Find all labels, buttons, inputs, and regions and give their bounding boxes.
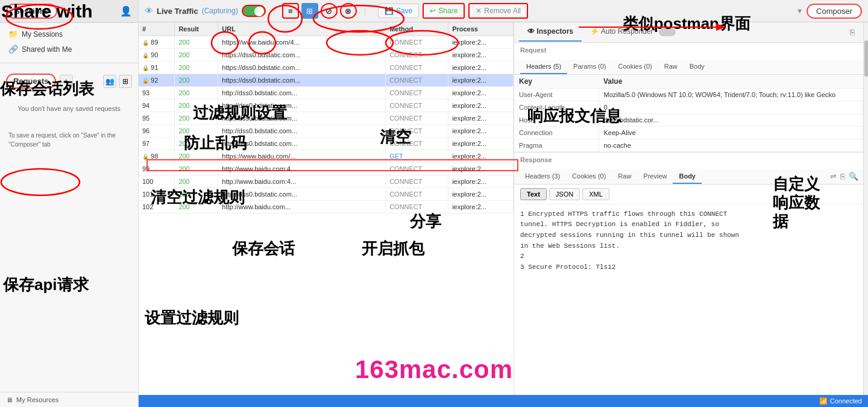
- cell-result: 200: [175, 188, 218, 201]
- share-button[interactable]: ↩ Share: [423, 3, 465, 19]
- cell-result: 200: [175, 150, 218, 163]
- tab-inspectors[interactable]: 👁 Inspectors: [519, 22, 582, 42]
- cell-process: iexplore:2...: [448, 36, 514, 49]
- requests-title[interactable]: Requests: [6, 74, 56, 89]
- filter-icons: ≡ ⊞ ⊘ ⊗: [282, 3, 357, 19]
- request-label: Request: [520, 46, 857, 54]
- table-header-row: # Result URL Method Process: [139, 22, 514, 36]
- scroll-thumb[interactable]: [864, 40, 868, 77]
- format-json[interactable]: JSON: [549, 188, 580, 200]
- table-row[interactable]: 102 200 http://www.baidu.com... CONNECT …: [139, 201, 514, 213]
- subtab-body[interactable]: Body: [684, 60, 711, 74]
- bottom-bar[interactable]: 🖥 My Resources: [0, 392, 138, 407]
- cell-url: http://dss0.bdstatic.com...: [218, 188, 386, 201]
- right-scrollbar[interactable]: [863, 22, 868, 395]
- capture-toggle[interactable]: [242, 5, 266, 17]
- table-row[interactable]: 95 200 http://dss0.bdstatic.com... CONNE…: [139, 112, 514, 125]
- resources-label: My Resources: [16, 396, 58, 403]
- format-text[interactable]: Text: [520, 188, 547, 200]
- subtab-params[interactable]: Params (0): [567, 60, 612, 74]
- cell-result: 200: [175, 137, 218, 150]
- remove-all-button[interactable]: ✕ Remove All: [468, 3, 528, 19]
- requests-users-icon[interactable]: 👥: [103, 75, 116, 88]
- subtab-headers[interactable]: Headers (5): [520, 60, 567, 74]
- col-result: Result: [175, 22, 218, 36]
- resp-tab-preview[interactable]: Preview: [637, 169, 673, 184]
- grid-view-icon[interactable]: ⊞: [301, 3, 318, 19]
- copy-icon[interactable]: ⎘: [846, 23, 858, 42]
- connected-label: Connected: [830, 397, 862, 405]
- cell-method: GET: [386, 150, 448, 163]
- search-icon[interactable]: 🔍: [849, 172, 858, 181]
- cell-url: http://dss0.bdstatic.com...: [218, 137, 386, 150]
- cell-method: CONNECT: [386, 188, 448, 201]
- subtab-raw[interactable]: Raw: [658, 60, 684, 74]
- cell-num: 95: [139, 112, 175, 125]
- table-row[interactable]: 94 200 http://dss0.bdstatic.com... CONNE…: [139, 99, 514, 112]
- cell-method: CONNECT: [386, 49, 448, 62]
- lightning-icon: ⚡: [590, 27, 599, 36]
- resp-tab-raw[interactable]: Raw: [612, 169, 637, 184]
- ar-toggle[interactable]: [659, 28, 676, 36]
- folder-icon: 📁: [8, 30, 18, 39]
- cell-method: CONNECT: [386, 201, 448, 213]
- x-icon: ✕: [476, 7, 482, 15]
- lock-icon: 🔒: [142, 40, 149, 46]
- table-row[interactable]: 🔒 91 200 https://dss0.bdstatic.com... CO…: [139, 62, 514, 74]
- filter-icon[interactable]: ⊘: [321, 3, 338, 19]
- header-row: Content-Length 0: [514, 101, 863, 113]
- sessions-title[interactable]: Sessions: [6, 4, 57, 19]
- copy-icon2[interactable]: ⎘: [840, 172, 845, 181]
- header-key: Connection: [514, 126, 599, 139]
- save-button[interactable]: 💾 Save: [378, 4, 419, 18]
- cell-result: 200: [175, 175, 218, 188]
- resources-icon: 🖥: [6, 396, 13, 403]
- cell-process: iexplore:2...: [448, 163, 514, 175]
- subtab-cookies[interactable]: Cookies (0): [612, 60, 658, 74]
- composer-button[interactable]: Composer: [807, 4, 862, 19]
- add-session-icon[interactable]: 👤: [120, 5, 132, 17]
- resp-tab-body[interactable]: Body: [673, 169, 702, 184]
- header-key: User-Agent: [514, 88, 599, 101]
- clear-filter-icon[interactable]: ⊗: [340, 3, 357, 19]
- table-row[interactable]: 🔒 98 200 https://www.baidu.com/... GET i…: [139, 150, 514, 163]
- table-row[interactable]: 96 200 http://dss0.bdstatic.com... CONNE…: [139, 125, 514, 137]
- resp-tab-cookies[interactable]: Cookies (0): [566, 169, 612, 184]
- response-tabs: Headers (3) Cookies (0) Raw Preview Body…: [514, 169, 863, 185]
- table-row[interactable]: 100 200 http://www.baidu.com:4... CONNEC…: [139, 175, 514, 188]
- sidebar-header: Sessions 👤: [0, 0, 138, 23]
- table-row[interactable]: 🔒 89 200 https://www.baidu.com/4... CONN…: [139, 36, 514, 49]
- cell-num: 🔒 98: [139, 150, 175, 163]
- lock-icon: 🔒: [142, 78, 149, 84]
- layout-icon[interactable]: ≡: [282, 3, 299, 19]
- format-xml[interactable]: XML: [582, 188, 609, 200]
- table-row[interactable]: 🔒 92 200 https://dss0.bdstatic.com... CO…: [139, 74, 514, 87]
- table-row[interactable]: 93 200 http://dss0.bdstatic.com... CONNE…: [139, 87, 514, 99]
- requests-hint: To save a request, click on "Save" in th…: [0, 126, 138, 154]
- col-method: Method: [386, 22, 448, 36]
- cell-url: http://dss0.bdstatic.com...: [218, 125, 386, 137]
- cell-process: iexplore:2...: [448, 49, 514, 62]
- sidebar-item-shared[interactable]: 🔗 Shared with Me: [0, 42, 138, 57]
- table-row[interactable]: 97 200 http://dss0.bdstatic.com... CONNE…: [139, 137, 514, 150]
- resp-tab-headers[interactable]: Headers (3): [519, 169, 566, 184]
- add-request-icon[interactable]: +: [60, 75, 73, 88]
- table-row[interactable]: 99 200 http://www.baidu.com:4... CONNECT…: [139, 163, 514, 175]
- wifi-icon: 📶: [819, 397, 828, 405]
- sidebar-item-my-sessions[interactable]: 📁 My Sessions: [0, 27, 138, 42]
- cell-process: iexplore:2...: [448, 201, 514, 213]
- requests-title-wrap: Requests +: [6, 74, 73, 89]
- requests-grid-icon[interactable]: ⊞: [119, 75, 132, 88]
- align-icon[interactable]: ⇌: [830, 172, 837, 181]
- traffic-table[interactable]: # Result URL Method Process 🔒 89 200 htt…: [139, 22, 514, 395]
- response-line: in the Web Sessions list.: [520, 241, 857, 252]
- table-row[interactable]: 101 200 http://dss0.bdstatic.com... CONN…: [139, 188, 514, 201]
- cell-num: 102: [139, 201, 175, 213]
- tab-auto-responder[interactable]: ⚡ Auto Responder: [582, 22, 684, 42]
- cell-result: 200: [175, 99, 218, 112]
- live-traffic-label[interactable]: Live Traffic: [157, 7, 198, 16]
- cell-num: 🔒 91: [139, 62, 175, 74]
- table-row[interactable]: 🔒 90 200 https://dss0.bdstatic.com... CO…: [139, 49, 514, 62]
- format-tabs: Text JSON XML: [514, 185, 863, 204]
- cell-url: http://dss0.bdstatic.com...: [218, 99, 386, 112]
